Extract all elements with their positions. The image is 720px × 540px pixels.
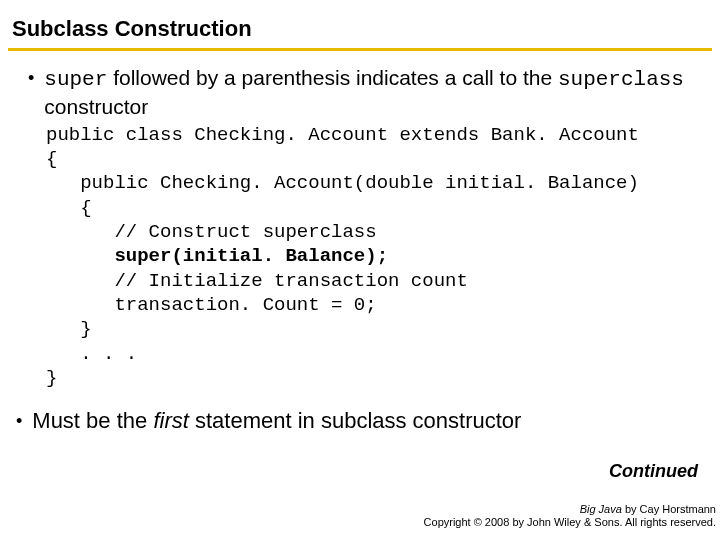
continued-label: Continued <box>609 461 698 482</box>
code-line-1: public class Checking. Account extends B… <box>46 124 639 146</box>
bullet-1-code-1: super <box>44 68 107 91</box>
credits-by: by Cay Horstmann <box>622 503 716 515</box>
credits-copyright: Copyright © 2008 by John Wiley & Sons. A… <box>424 516 716 530</box>
bullet-2-text: Must be the first statement in subclass … <box>32 408 521 434</box>
slide-header: Subclass Construction <box>0 0 720 46</box>
code-block: public class Checking. Account extends B… <box>46 123 710 390</box>
bullet-item-2: • Must be the first statement in subclas… <box>16 408 710 434</box>
bullet-dot-icon: • <box>16 411 22 432</box>
slide-content: • super followed by a parenthesis indica… <box>0 51 720 434</box>
code-line-9: } <box>46 318 92 340</box>
slide-title: Subclass Construction <box>12 16 708 42</box>
bullet-1-part-1: followed by a parenthesis indicates a ca… <box>107 66 558 89</box>
bullet-item-1: • super followed by a parenthesis indica… <box>28 65 710 121</box>
credits-block: Big Java by Cay Horstmann Copyright © 20… <box>424 503 716 531</box>
code-line-11: } <box>46 367 57 389</box>
bullet-dot-icon: • <box>28 69 34 87</box>
code-line-2: { <box>46 148 57 170</box>
code-line-4: { <box>46 197 92 219</box>
bullet-2-part-1: Must be the <box>32 408 153 433</box>
code-line-5: // Construct superclass <box>46 221 377 243</box>
credits-book-title: Big Java <box>580 503 622 515</box>
credits-line-1: Big Java by Cay Horstmann <box>424 503 716 517</box>
code-line-8: transaction. Count = 0; <box>46 294 377 316</box>
bullet-1-code-2: superclass <box>558 68 684 91</box>
bullet-2-part-2: statement in subclass constructor <box>189 408 522 433</box>
bullet-1-part-2: constructor <box>44 95 148 118</box>
code-line-7: // Initialize transaction count <box>46 270 468 292</box>
code-line-6: super(initial. Balance); <box>46 245 388 267</box>
code-line-3: public Checking. Account(double initial.… <box>46 172 639 194</box>
bullet-1-text: super followed by a parenthesis indicate… <box>44 65 710 121</box>
code-line-10: . . . <box>46 343 137 365</box>
bullet-2-italic: first <box>153 408 188 433</box>
